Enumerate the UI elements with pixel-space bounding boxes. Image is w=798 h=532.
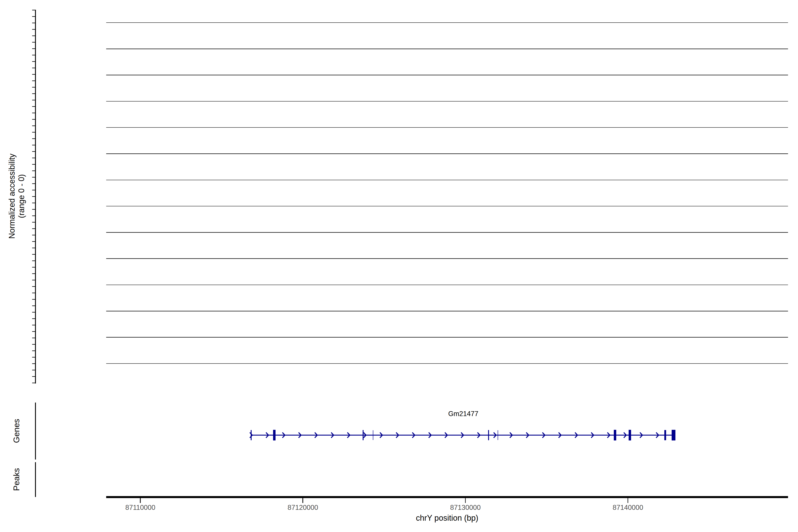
gene-tick-thin bbox=[363, 430, 363, 440]
track-baseline bbox=[106, 101, 788, 102]
x-axis-line bbox=[106, 496, 788, 498]
track-baseline bbox=[106, 285, 788, 285]
track-baseline bbox=[106, 75, 788, 75]
gene-strand-chevron bbox=[314, 432, 318, 439]
gene-tick-medium bbox=[664, 430, 666, 440]
gene-strand-chevron bbox=[639, 432, 643, 439]
track-baseline bbox=[106, 337, 788, 338]
gene-strand-chevron bbox=[558, 432, 562, 439]
track-baseline bbox=[106, 180, 788, 180]
y-axis-title-line2: (range 0 - 0) bbox=[17, 154, 26, 239]
y-axis-minor-ticks bbox=[32, 10, 35, 383]
x-axis-tick-label: 87130000 bbox=[439, 504, 492, 512]
x-axis-title: chrY position (bp) bbox=[381, 513, 514, 523]
gene-strand-chevron bbox=[265, 432, 269, 439]
peaks-bracket bbox=[35, 462, 36, 497]
gene-strand-chevron bbox=[379, 432, 383, 439]
gene-strand-chevron bbox=[282, 432, 286, 439]
gene-strand-chevron bbox=[623, 432, 627, 439]
track-baseline bbox=[106, 22, 788, 23]
gene-strand-chevron bbox=[330, 432, 335, 439]
y-axis-title: Normalized accessibility (range 0 - 0) bbox=[7, 154, 26, 239]
track-baseline bbox=[106, 311, 788, 311]
gene-strand-chevron bbox=[477, 432, 481, 439]
gene-strand-chevron bbox=[396, 432, 399, 439]
gene-name-label: Gm21477 bbox=[419, 410, 508, 418]
genes-bracket bbox=[35, 402, 36, 459]
gene-strand-chevron bbox=[363, 432, 367, 439]
genes-section-label: Genes bbox=[12, 419, 21, 443]
track-baseline bbox=[106, 127, 788, 128]
gene-strand-chevron bbox=[460, 432, 464, 439]
y-axis-title-line1: Normalized accessibility bbox=[7, 154, 17, 239]
x-axis-tick-label: 87140000 bbox=[601, 504, 654, 512]
gene-tick-thin bbox=[251, 430, 252, 440]
gene-strand-chevron bbox=[542, 432, 546, 439]
genome-track-figure: Normalized accessibility (range 0 - 0) 2… bbox=[0, 0, 798, 532]
gene-strand-chevron bbox=[428, 432, 432, 439]
x-axis-tick-label: 87120000 bbox=[276, 504, 329, 512]
x-axis-tick bbox=[140, 498, 141, 503]
gene-strand-chevron bbox=[607, 432, 611, 439]
gene-strand-chevron bbox=[590, 432, 594, 439]
gene-strand-chevron bbox=[526, 432, 530, 439]
gene-strand-chevron bbox=[574, 432, 578, 439]
gene-exon bbox=[614, 430, 616, 440]
gene-hairline bbox=[498, 430, 498, 440]
gene-strand-chevron bbox=[347, 432, 351, 439]
track-baseline bbox=[106, 153, 788, 154]
track-baseline bbox=[106, 49, 788, 49]
gene-exon bbox=[629, 430, 631, 440]
gene-strand-chevron bbox=[412, 432, 416, 439]
peaks-section-label: Peaks bbox=[12, 468, 21, 491]
y-axis-spine bbox=[35, 10, 36, 383]
gene-strand-chevron bbox=[298, 432, 302, 439]
x-axis-tick-label: 87110000 bbox=[114, 504, 167, 512]
track-baseline bbox=[106, 363, 788, 364]
x-axis-tick bbox=[628, 498, 628, 503]
gene-strand-chevron bbox=[656, 432, 660, 439]
track-baseline bbox=[106, 232, 788, 233]
gene-block bbox=[672, 430, 676, 440]
gene-tick-thin bbox=[488, 430, 489, 440]
gene-strand-chevron bbox=[444, 432, 448, 439]
x-axis-tick bbox=[302, 498, 303, 503]
gene-hairline bbox=[373, 430, 374, 440]
x-axis-tick bbox=[465, 498, 466, 503]
gene-strand-chevron bbox=[509, 432, 513, 439]
gene-strand-chevron bbox=[493, 432, 497, 439]
track-baseline bbox=[106, 258, 788, 259]
gene-exon bbox=[273, 430, 276, 440]
track-baseline bbox=[106, 206, 788, 207]
